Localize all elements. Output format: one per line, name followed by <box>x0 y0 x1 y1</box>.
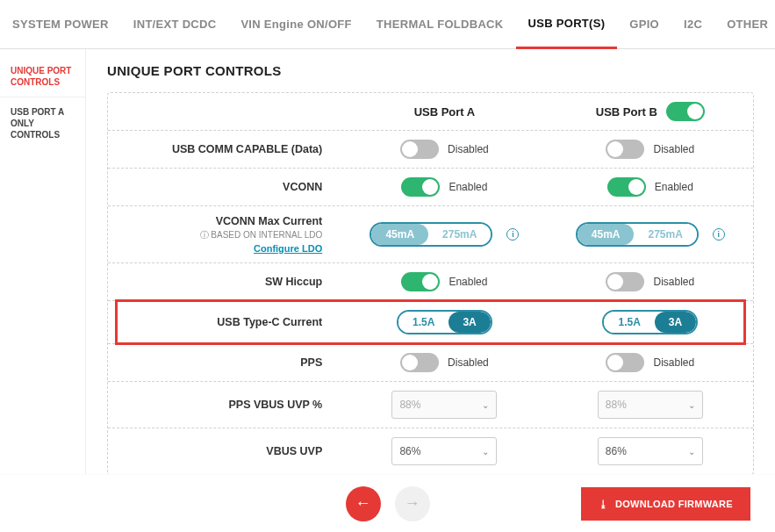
row-pps: PPS Disabled Disabled <box>108 344 753 382</box>
select-vbusuvp-a[interactable]: 86%⌄ <box>391 437 497 465</box>
download-firmware-label: DOWNLOAD FIRMWARE <box>615 499 733 509</box>
chevron-down-icon: ⌄ <box>482 400 489 410</box>
row-vconn-max: VCONN Max Current ⓘ BASED ON INTERNAL LD… <box>108 206 753 263</box>
label-pps: PPS <box>108 356 341 369</box>
select-ppsuvp-b[interactable]: 88%⌄ <box>598 391 703 419</box>
download-icon: ⭳ <box>599 499 608 509</box>
toggle-vconn-a[interactable] <box>401 177 440 197</box>
port-a-header: USB Port A <box>414 105 476 119</box>
tab-gpio[interactable]: GPIO <box>617 0 671 49</box>
label-vconn-max: VCONN Max Current ⓘ BASED ON INTERNAL LD… <box>108 215 341 254</box>
label-pps-vbus-uvp: PPS VBUS UVP % <box>108 399 341 411</box>
nav-next-button[interactable]: → <box>395 486 430 521</box>
arrow-right-icon: → <box>405 494 420 513</box>
typec-a-group: 1.5A 3A <box>397 310 492 334</box>
chevron-down-icon: ⌄ <box>482 447 489 457</box>
vconn-max-b-275ma[interactable]: 275mA <box>634 224 696 245</box>
vconn-max-b-group: 45mA 275mA <box>576 222 699 247</box>
footer: ← → ⭳ DOWNLOAD FIRMWARE <box>0 474 775 532</box>
top-tabs: SYSTEM POWER INT/EXT DCDC VIN Engine ON/… <box>0 0 775 49</box>
tab-vin-engine[interactable]: VIN Engine ON/OFF <box>228 0 363 49</box>
controls-panel: USB Port A USB Port B USB COMM CAPABLE (… <box>107 92 754 475</box>
chevron-down-icon: ⌄ <box>688 447 695 457</box>
toggle-swh-b[interactable] <box>606 272 644 291</box>
tab-system-power[interactable]: SYSTEM POWER <box>0 0 121 49</box>
toggle-swh-b-label: Disabled <box>653 276 694 288</box>
vconn-max-a-275ma[interactable]: 275mA <box>428 224 491 245</box>
section-title: UNIQUE PORT CONTROLS <box>107 63 754 78</box>
download-firmware-button[interactable]: ⭳ DOWNLOAD FIRMWARE <box>581 487 750 521</box>
typec-b-1p5a[interactable]: 1.5A <box>604 312 654 333</box>
sidebar: UNIQUE PORT CONTROLS USB PORT A ONLY CON… <box>0 49 86 532</box>
toggle-swh-a-label: Enabled <box>448 276 487 288</box>
row-vconn: VCONN Enabled Enabled <box>108 169 753 206</box>
port-b-header: USB Port B <box>596 105 657 119</box>
port-b-enable-toggle[interactable] <box>666 102 705 121</box>
typec-b-group: 1.5A 3A <box>602 310 698 334</box>
label-vconn: VCONN <box>108 181 341 193</box>
toggle-pps-b[interactable] <box>606 353 644 372</box>
row-sw-hiccup: SW Hiccup Enabled Disabled <box>108 263 753 301</box>
row-usb-type-c-current: USB Type-C Current 1.5A 3A 1.5A 3A <box>108 301 753 344</box>
label-vconn-max-sub: ⓘ BASED ON INTERNAL LDO <box>108 229 322 241</box>
tab-usb-ports[interactable]: USB PORT(S) <box>516 0 618 49</box>
tab-other[interactable]: OTHER <box>714 0 775 49</box>
configure-ldo-link[interactable]: Configure LDO <box>108 243 322 254</box>
toggle-vconn-b[interactable] <box>607 177 646 197</box>
row-vbus-uvp: VBUS UVP 86%⌄ 86%⌄ <box>108 428 753 474</box>
label-sw-hiccup: SW Hiccup <box>108 276 341 288</box>
toggle-comm-b-label: Disabled <box>653 143 694 155</box>
info-icon[interactable]: i <box>506 228 519 241</box>
label-typec: USB Type-C Current <box>108 316 341 328</box>
nav-back-button[interactable]: ← <box>346 486 381 521</box>
toggle-pps-b-label: Disabled <box>653 356 694 369</box>
label-usb-comm: USB COMM CAPABLE (Data) <box>108 143 341 155</box>
vconn-max-b-45ma[interactable]: 45mA <box>578 224 635 245</box>
chevron-down-icon: ⌄ <box>688 400 695 410</box>
tab-i2c[interactable]: I2C <box>671 0 714 49</box>
select-ppsuvp-a[interactable]: 88%⌄ <box>391 391 497 419</box>
sidebar-item-usb-port-a-only[interactable]: USB PORT A ONLY CONTROLS <box>0 97 85 149</box>
row-pps-vbus-uvp: PPS VBUS UVP % 88%⌄ 88%⌄ <box>108 382 753 428</box>
toggle-pps-a[interactable] <box>400 353 439 372</box>
typec-a-3a[interactable]: 3A <box>448 312 490 333</box>
tab-int-ext-dcdc[interactable]: INT/EXT DCDC <box>121 0 229 49</box>
typec-b-3a[interactable]: 3A <box>655 312 696 333</box>
tab-thermal-foldback[interactable]: THERMAL FOLDBACK <box>364 0 516 49</box>
toggle-pps-a-label: Disabled <box>448 356 489 369</box>
toggle-comm-a-label: Disabled <box>448 143 489 155</box>
ports-header-row: USB Port A USB Port B <box>108 93 753 131</box>
main-panel: UNIQUE PORT CONTROLS USB Port A USB Port… <box>86 49 775 532</box>
toggle-comm-a[interactable] <box>400 140 439 159</box>
select-vbusuvp-b[interactable]: 86%⌄ <box>598 437 703 465</box>
row-usb-comm: USB COMM CAPABLE (Data) Disabled Disable… <box>108 131 753 169</box>
sidebar-item-unique-port-controls[interactable]: UNIQUE PORT CONTROLS <box>0 56 85 97</box>
toggle-swh-a[interactable] <box>401 272 440 291</box>
arrow-left-icon: ← <box>355 494 371 513</box>
toggle-vconn-a-label: Enabled <box>448 181 487 193</box>
vconn-max-a-45ma[interactable]: 45mA <box>371 224 428 245</box>
info-icon[interactable]: i <box>713 228 725 241</box>
typec-a-1p5a[interactable]: 1.5A <box>398 312 448 333</box>
toggle-comm-b[interactable] <box>606 140 644 159</box>
vconn-max-a-group: 45mA 275mA <box>370 222 492 247</box>
toggle-vconn-b-label: Enabled <box>655 181 693 193</box>
label-vbus-uvp: VBUS UVP <box>108 445 341 457</box>
